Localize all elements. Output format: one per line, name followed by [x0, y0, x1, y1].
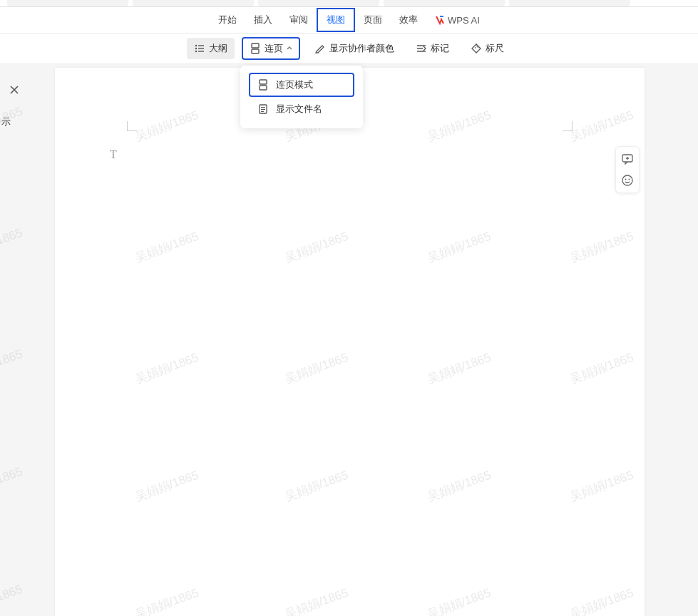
ruler-button[interactable]: 标尺: [463, 38, 511, 59]
title-tabs-row: [0, 0, 698, 7]
watermark: 吴娟娟/1865: [0, 581, 25, 616]
text-cursor: T: [110, 148, 117, 161]
svg-rect-13: [261, 111, 264, 112]
svg-point-15: [622, 175, 632, 185]
highlighter-icon: [314, 43, 326, 54]
continuous-page-dropdown: 连页模式 显示文件名: [240, 66, 363, 128]
tab-stub[interactable]: [258, 0, 379, 6]
menu-wps-ai[interactable]: WPS AI: [426, 11, 488, 30]
left-sidebar: 示: [0, 78, 36, 128]
menu-start[interactable]: 开始: [210, 9, 245, 31]
svg-rect-5: [198, 51, 204, 51]
right-floating-tools: [615, 146, 640, 193]
watermark: 吴娟娟/1865: [282, 228, 351, 267]
continuous-mode-icon: [257, 79, 269, 91]
dropdown-show-filename[interactable]: 显示文件名: [249, 97, 354, 121]
watermark: 吴娟娟/1865: [282, 467, 351, 505]
watermark: 吴娟娟/1865: [282, 349, 351, 388]
tab-stub[interactable]: [7, 0, 128, 6]
svg-point-16: [625, 179, 627, 180]
add-comment-button[interactable]: [620, 151, 635, 167]
outline-button[interactable]: 大纲: [187, 38, 235, 59]
tab-stub[interactable]: [384, 0, 505, 6]
watermark: 吴娟娟/1865: [568, 107, 636, 145]
page-margin-corner-tl: [127, 121, 137, 131]
svg-rect-1: [198, 45, 204, 46]
svg-rect-6: [252, 43, 259, 48]
svg-rect-9: [260, 86, 267, 90]
watermark: 吴娟娟/1865: [0, 225, 25, 263]
watermark: 吴娟娟/1865: [568, 467, 636, 505]
watermark: 吴娟娟/1865: [133, 107, 201, 145]
marks-icon: [416, 43, 427, 54]
watermark: 吴娟娟/1865: [133, 585, 201, 616]
svg-rect-11: [261, 107, 265, 108]
continuous-page-button[interactable]: 连页: [242, 37, 300, 60]
marks-label: 标记: [431, 42, 449, 55]
tab-stub[interactable]: [133, 0, 254, 6]
watermark: 吴娟娟/1865: [425, 349, 493, 388]
menu-page[interactable]: 页面: [355, 9, 391, 31]
continuous-page-label: 连页: [265, 42, 283, 55]
menu-bar: 开始 插入 审阅 视图 页面 效率 WPS AI: [0, 7, 698, 34]
dropdown-continuous-mode[interactable]: 连页模式: [249, 73, 354, 97]
file-icon: [257, 103, 269, 115]
marks-button[interactable]: 标记: [409, 38, 456, 59]
watermark: 吴娟娟/1865: [425, 467, 493, 505]
sidebar-partial-label: 示: [0, 115, 36, 128]
menu-insert[interactable]: 插入: [245, 9, 281, 31]
ruler-icon: [471, 43, 482, 54]
dropdown-show-filename-label: 显示文件名: [276, 103, 322, 115]
watermark: 吴娟娟/1865: [133, 467, 201, 505]
watermark: 吴娟娟/1865: [568, 585, 636, 616]
watermark: 吴娟娟/1865: [133, 228, 201, 267]
watermark: 吴娟娟/1865: [0, 463, 25, 502]
svg-rect-7: [252, 49, 259, 53]
watermark: 吴娟娟/1865: [425, 107, 493, 145]
tab-stub[interactable]: [509, 0, 630, 6]
menu-review[interactable]: 审阅: [281, 9, 317, 31]
watermark: 吴娟娟/1865: [568, 349, 636, 388]
watermark: 吴娟娟/1865: [133, 349, 201, 388]
svg-point-2: [195, 48, 197, 49]
document-container: T 吴娟娟/1865 吴娟娟/1865 吴娟娟/1865 吴娟娟/1865 吴娟…: [55, 68, 645, 616]
wps-ai-label: WPS AI: [448, 15, 480, 26]
svg-rect-3: [198, 48, 204, 48]
watermark: 吴娟娟/1865: [425, 228, 493, 267]
show-author-colors-button[interactable]: 显示协作者颜色: [307, 38, 401, 59]
close-button[interactable]: [0, 78, 36, 101]
watermark: 吴娟娟/1865: [425, 585, 493, 616]
continuous-page-icon: [250, 43, 261, 54]
watermark: 吴娟娟/1865: [568, 228, 636, 267]
chevron-up-icon: [287, 46, 292, 51]
svg-point-17: [629, 179, 630, 180]
view-toolbar: 大纲 连页 显示协作者颜色 标记 标尺: [0, 34, 698, 64]
svg-rect-8: [260, 80, 267, 84]
document-page[interactable]: T 吴娟娟/1865 吴娟娟/1865 吴娟娟/1865 吴娟娟/1865 吴娟…: [55, 68, 645, 616]
page-margin-corner-tr: [563, 121, 573, 131]
svg-point-4: [195, 51, 197, 52]
dropdown-continuous-mode-label: 连页模式: [276, 78, 313, 91]
ruler-label: 标尺: [486, 42, 504, 55]
svg-point-0: [195, 45, 197, 46]
outline-icon: [194, 43, 205, 54]
svg-rect-12: [261, 109, 265, 110]
menu-view[interactable]: 视图: [317, 8, 355, 32]
wps-ai-icon: [435, 15, 445, 25]
emoji-button[interactable]: [620, 173, 635, 188]
show-author-colors-label: 显示协作者颜色: [329, 42, 394, 55]
watermark: 吴娟娟/1865: [282, 585, 351, 616]
menu-efficiency[interactable]: 效率: [391, 9, 426, 31]
outline-label: 大纲: [209, 42, 227, 55]
watermark: 吴娟娟/1865: [0, 346, 25, 384]
